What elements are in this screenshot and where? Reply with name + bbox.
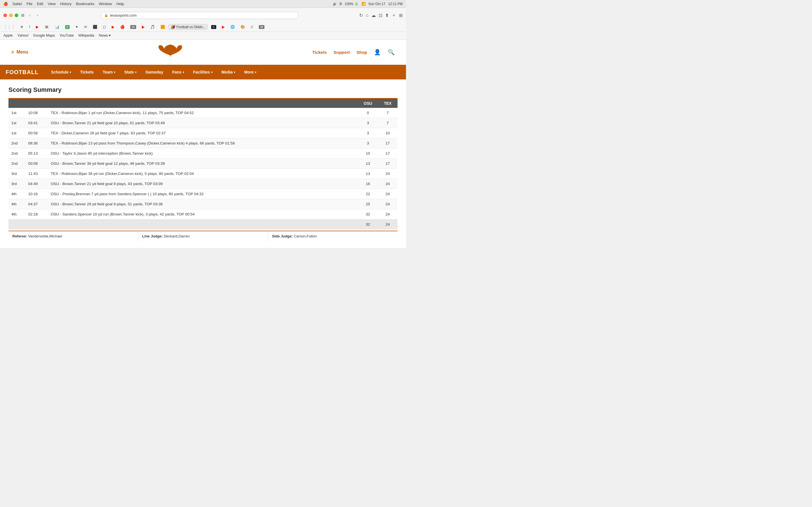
window-menu[interactable]: Window: [99, 2, 112, 6]
user-icon[interactable]: 👤: [374, 49, 381, 55]
row-time: 02:18: [26, 209, 48, 219]
officials-bar: Referee: Vandervelde,Michael Line Judge:…: [8, 231, 398, 241]
close-button[interactable]: [3, 13, 7, 17]
table-row: 4th02:18OSU - Sanders,Spencer 10 yd run …: [8, 209, 398, 219]
quick-link-google-maps[interactable]: Google Maps: [33, 33, 55, 38]
row-qtr: 4th: [8, 199, 26, 209]
bookmark-item[interactable]: ▶: [34, 24, 41, 30]
nav-team[interactable]: Team ▾: [99, 65, 119, 79]
row-osu-score: 13: [358, 169, 378, 179]
url-bar[interactable]: 🔒 texassports.com: [101, 12, 298, 19]
cloud-button[interactable]: ☁: [371, 13, 376, 18]
support-link[interactable]: Support: [334, 50, 350, 55]
bookmark-item[interactable]: ⬛: [91, 24, 100, 30]
team-chevron-icon: ▾: [114, 71, 115, 74]
back-button[interactable]: ‹: [28, 12, 32, 18]
history-menu[interactable]: History: [60, 2, 71, 6]
quick-link-news[interactable]: News ▾: [99, 33, 111, 38]
website-content: ≡ Menu Tickets Support Shop 👤 🔍 FOOTBALL…: [0, 40, 406, 248]
row-tex-score: 24: [378, 169, 398, 179]
schedule-chevron-icon: ▾: [70, 71, 71, 74]
bookmark-item[interactable]: ▶: [109, 24, 117, 30]
bookmark-item[interactable]: C: [209, 24, 218, 30]
new-tab-button[interactable]: ＋: [392, 12, 396, 18]
bookmark-item[interactable]: 📊: [53, 24, 62, 30]
mac-menu-right: 🔊 B 100% 🔋 📶 Sun Oct 17 12:11 PM: [333, 2, 403, 6]
nav-facilities[interactable]: Facilities ▾: [189, 65, 216, 79]
apple-menu[interactable]: 🍎: [3, 2, 8, 6]
row-play: TEX - Robinson,Bijan 1 yd run (Dicker,Ca…: [48, 108, 358, 118]
bookmark-item[interactable]: 🟧: [158, 24, 167, 30]
nav-schedule[interactable]: Schedule ▾: [47, 65, 75, 79]
bookmark-item[interactable]: ▶: [140, 24, 147, 30]
bookmark-item[interactable]: 🎨: [238, 24, 247, 30]
file-menu[interactable]: File: [27, 2, 33, 6]
quick-link-wikipedia[interactable]: Wikipedia: [79, 33, 94, 38]
bookmark-item[interactable]: 🍎: [118, 24, 127, 30]
hamburger-icon: ≡: [11, 49, 14, 55]
mac-menu-left: 🍎 Safari File Edit View History Bookmark…: [3, 2, 124, 6]
bookmarks-menu[interactable]: Bookmarks: [76, 2, 94, 6]
quick-link-apple[interactable]: Apple: [3, 33, 13, 38]
tickets-link[interactable]: Tickets: [312, 50, 327, 55]
bookmark-item[interactable]: ▶: [220, 24, 227, 30]
bookmark-item[interactable]: W: [128, 24, 138, 30]
edit-menu[interactable]: Edit: [37, 2, 43, 6]
nav-tickets[interactable]: Tickets: [76, 65, 98, 79]
bookmark-item[interactable]: ✦: [73, 24, 81, 30]
bookmark-item[interactable]: W: [257, 24, 267, 30]
totals-qtr-cell: [8, 219, 26, 230]
quick-link-youtube[interactable]: YouTube: [59, 33, 74, 38]
bookmark-item[interactable]: ✈: [18, 24, 26, 30]
forward-button[interactable]: ›: [35, 12, 40, 18]
lock-icon: 🔒: [104, 13, 108, 17]
row-time: 10:08: [26, 108, 48, 118]
tab-grid-button[interactable]: ⊞: [399, 13, 403, 18]
active-tab-bookmark[interactable]: 🏈 Football vs Oklah...: [168, 24, 208, 30]
quick-link-yahoo[interactable]: Yahoo!: [17, 33, 29, 38]
row-time: 04:37: [26, 199, 48, 209]
bookmark-item[interactable]: 🌐: [228, 24, 237, 30]
datetime: Sun Oct 17: [368, 2, 386, 6]
search-icon[interactable]: 🔍: [388, 49, 395, 55]
apps-icon[interactable]: ⋮⋮⋮: [3, 25, 15, 29]
help-menu[interactable]: Help: [116, 2, 124, 6]
safari-menu[interactable]: Safari: [12, 2, 22, 6]
bookmark-item[interactable]: F: [63, 24, 72, 30]
browser-chrome: ⊞ ‹ › 🔒 texassports.com ↻ ⌂ ☁ ⊡ ⬆ ＋ ⊞ ⋮⋮…: [0, 8, 406, 40]
bookmark-item[interactable]: ◻: [101, 24, 108, 30]
row-time: 10:16: [26, 189, 48, 199]
share-button[interactable]: ⬆: [385, 13, 389, 18]
line-judge-name: Deckard,Darren: [164, 234, 190, 238]
sidebar-toggle-button[interactable]: ⊞: [21, 13, 24, 17]
nav-stats[interactable]: Stats ▾: [120, 65, 140, 79]
volume-icon: 🔊: [333, 2, 337, 6]
menu-label: Menu: [17, 50, 29, 55]
bookmark-item[interactable]: R: [42, 24, 52, 30]
bookmark-item[interactable]: C: [248, 24, 255, 30]
row-osu-score: 32: [358, 209, 378, 219]
totals-tex-cell: 24: [378, 219, 398, 230]
bookmarks-bar: ⋮⋮⋮ ✈ f ▶ R 📊 F ✦ ✉ ⬛ ◻ ▶ 🍎 W ▶ 🎵 🟧 🏈 Fo…: [0, 22, 406, 32]
fullscreen-button[interactable]: [15, 13, 18, 17]
bookmark-item[interactable]: f: [27, 24, 33, 30]
view-menu[interactable]: View: [48, 2, 56, 6]
bookmark-item[interactable]: ✉: [82, 24, 89, 30]
nav-media[interactable]: Media ▾: [218, 65, 239, 79]
refresh-button[interactable]: ↻: [359, 13, 363, 18]
table-row: 3rd11:43TEX - Robinson,Bijan 38 yd run (…: [8, 169, 398, 179]
row-osu-score: 3: [358, 118, 378, 128]
shop-link[interactable]: Shop: [356, 50, 367, 55]
nav-more[interactable]: More ▾: [240, 65, 260, 79]
table-row: 2nd00:08OSU - Brown,Tanner 39 yd field g…: [8, 159, 398, 169]
menu-button[interactable]: ≡ Menu: [11, 49, 28, 55]
minimize-button[interactable]: [9, 13, 13, 17]
bookmark-item[interactable]: 🎵: [148, 24, 157, 30]
col-header-qtr: [8, 99, 26, 108]
home-button[interactable]: ⌂: [366, 13, 368, 18]
row-play: TEX - Dicker,Cameron 28 yd field goal 7 …: [48, 128, 358, 138]
reader-view-button[interactable]: ⊡: [378, 13, 382, 18]
nav-gameday[interactable]: Gameday: [142, 65, 167, 79]
row-osu-score: 16: [358, 179, 378, 189]
nav-fans[interactable]: Fans ▾: [168, 65, 188, 79]
